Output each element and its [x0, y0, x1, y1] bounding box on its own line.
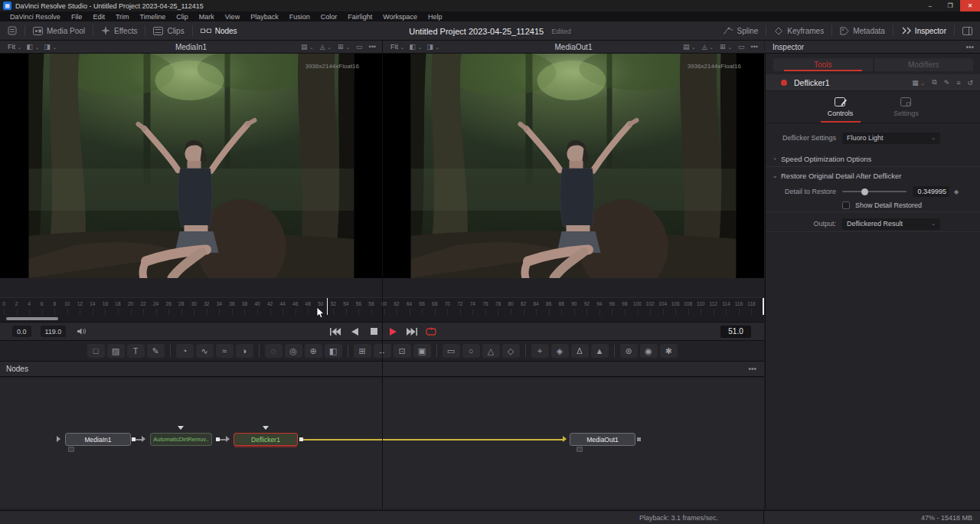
menu-fusion[interactable]: Fusion — [284, 13, 315, 21]
versions-icon[interactable]: ▦ ⌄ — [912, 79, 925, 87]
merge-icon[interactable]: ⊕ — [305, 344, 322, 358]
text-icon[interactable]: T — [127, 344, 145, 358]
timeline-scrollbar[interactable] — [6, 317, 58, 320]
menu-davinci-resolve[interactable]: DaVinci Resolve — [5, 13, 66, 21]
viewer-options-icon[interactable]: ••• — [369, 43, 376, 51]
menu-workspace[interactable]: Workspace — [377, 13, 423, 21]
menu-mark[interactable]: Mark — [194, 13, 220, 21]
color-curves-icon[interactable]: ∿ — [196, 344, 214, 358]
transform-icon[interactable]: ⊞ — [354, 344, 371, 358]
deflicker-settings-dropdown[interactable]: Fluoro Light ⌄ — [842, 133, 940, 144]
guides-icon[interactable]: ⊞ ⌄ — [720, 43, 732, 51]
subtab-settings[interactable]: Settings — [884, 91, 929, 123]
hue-curves-icon[interactable]: ≈ — [216, 344, 234, 358]
play-button[interactable] — [387, 326, 399, 337]
ab-buffer-icon[interactable]: ◧ ⌄ — [26, 43, 39, 51]
menu-trim[interactable]: Trim — [110, 13, 135, 21]
show-detail-restored-checkbox[interactable] — [842, 201, 850, 209]
menu-playback[interactable]: Playback — [245, 13, 284, 21]
tracker-icon[interactable]: ⌖ — [531, 344, 549, 358]
channel-view-icon[interactable]: ◨ ⌄ — [44, 43, 57, 51]
polygon-mask-icon[interactable]: △ — [482, 344, 500, 358]
dve-icon[interactable]: ▣ — [413, 344, 431, 358]
menu-file[interactable]: File — [66, 13, 88, 21]
edit-icon[interactable]: ✎ — [944, 79, 950, 87]
node-enable-toggle[interactable] — [781, 80, 787, 86]
audio-mute-button[interactable] — [77, 325, 87, 339]
output-socket[interactable] — [637, 437, 641, 441]
planar-tracker-icon[interactable]: ◈ — [551, 344, 569, 358]
section-speed-optimization[interactable]: › Speed Optimization Options — [766, 152, 980, 167]
stop-button[interactable] — [368, 326, 380, 337]
roi-icon[interactable]: ▭ — [356, 43, 363, 51]
menu-edit[interactable]: Edit — [87, 13, 110, 21]
page-menu-button[interactable] — [0, 21, 24, 41]
clips-button[interactable]: Clips — [145, 21, 191, 41]
blur-icon[interactable]: ◌ — [265, 344, 283, 358]
metadata-button[interactable]: Metadata — [832, 21, 893, 41]
ab-buffer-icon[interactable]: ◧ ⌄ — [409, 43, 422, 51]
range-start-field[interactable]: 0.0 — [12, 326, 31, 337]
reset-icon[interactable]: ↺ — [967, 79, 973, 87]
section-restore-detail[interactable]: ⌄ Restore Original Detail After Deflicke… — [766, 168, 980, 183]
range-end-field[interactable]: 119.0 — [41, 326, 67, 337]
viewer-right[interactable]: 3936x2144xFloat16 — [383, 54, 764, 278]
color-icon[interactable]: ◬ ⌄ — [702, 43, 714, 51]
roi-icon[interactable]: ▭ — [738, 43, 745, 51]
node-mediain1[interactable]: MediaIn1 — [65, 433, 131, 446]
maximize-button[interactable]: ❐ — [940, 0, 960, 11]
keyframes-button[interactable]: Keyframes — [766, 21, 831, 41]
effects-button[interactable]: Effects — [93, 21, 145, 41]
output-dropdown[interactable]: Deflickered Result ⌄ — [842, 218, 940, 230]
detail-to-restore-slider[interactable] — [842, 191, 906, 192]
nodes-options-icon[interactable]: ••• — [748, 365, 764, 373]
color-icon[interactable]: ◬ ⌄ — [320, 43, 332, 51]
guides-icon[interactable]: ⊞ ⌄ — [338, 43, 350, 51]
go-to-last-frame-button[interactable] — [406, 326, 418, 337]
node-mediaout1[interactable]: MediaOut1 — [570, 433, 635, 446]
viewer-left[interactable]: 3936x2144xFloat16 — [0, 54, 382, 278]
copy-icon[interactable]: ⧉ — [932, 78, 936, 87]
particle-emitter-icon[interactable]: ✱ — [660, 344, 678, 358]
tab-modifiers[interactable]: Modifiers — [874, 58, 974, 71]
menu-clip[interactable]: Clip — [171, 13, 194, 21]
subtab-controls[interactable]: Controls — [818, 91, 864, 123]
menu-fairlight[interactable]: Fairlight — [342, 13, 377, 21]
inspector-options-icon[interactable]: ••• — [965, 43, 980, 51]
media-pool-button[interactable]: Media Pool — [25, 21, 93, 41]
menu-color[interactable]: Color — [315, 13, 343, 21]
list-icon[interactable]: ≡ — [956, 79, 960, 87]
fastnoise-icon[interactable]: ▨ — [107, 344, 125, 358]
rectangle-mask-icon[interactable]: ▭ — [443, 344, 460, 358]
nodes-button[interactable]: Nodes — [193, 21, 245, 41]
bspline-mask-icon[interactable]: ◇ — [502, 344, 520, 358]
lut-icon[interactable]: ▤ ⌄ — [683, 43, 696, 51]
node-deflicker1[interactable]: Deflicker1 — [234, 433, 298, 446]
menu-help[interactable]: Help — [423, 13, 448, 21]
brightness-contrast-icon[interactable]: ◑ — [236, 344, 253, 358]
dissolve-icon[interactable]: ◧ — [325, 344, 342, 358]
play-reverse-button[interactable] — [348, 326, 361, 337]
menu-timeline[interactable]: Timeline — [135, 13, 172, 21]
background-icon[interactable]: □ — [87, 344, 105, 358]
menu-view[interactable]: View — [220, 13, 245, 21]
current-frame-field[interactable]: 51.0 — [720, 326, 751, 338]
node-automaticdirtremoval[interactable]: AutomaticDirtRemov.. — [150, 433, 212, 446]
delta-keyer-icon[interactable]: Δ — [571, 344, 589, 358]
close-button[interactable]: ✕ — [960, 0, 980, 11]
go-to-first-frame-button[interactable] — [329, 326, 341, 337]
paint-icon[interactable]: ✎ — [147, 344, 165, 358]
crop-icon[interactable]: ⊡ — [394, 344, 411, 358]
keyframe-icon[interactable]: ◆ — [954, 188, 959, 195]
merge-3d-icon[interactable]: ⊛ — [620, 344, 638, 358]
color-corrector-icon[interactable]: ◔ — [176, 344, 194, 358]
channel-view-icon[interactable]: ◨ ⌄ — [426, 43, 439, 51]
glow-icon[interactable]: ◎ — [285, 344, 302, 358]
slider-handle[interactable] — [861, 188, 868, 195]
detail-to-restore-value[interactable]: 0.349995 — [913, 186, 949, 197]
playhead[interactable] — [327, 298, 328, 315]
ellipse-mask-icon[interactable]: ○ — [462, 344, 480, 358]
viewer-options-icon[interactable]: ••• — [751, 43, 758, 51]
loop-button[interactable] — [425, 326, 437, 337]
minimize-button[interactable]: – — [920, 0, 940, 11]
